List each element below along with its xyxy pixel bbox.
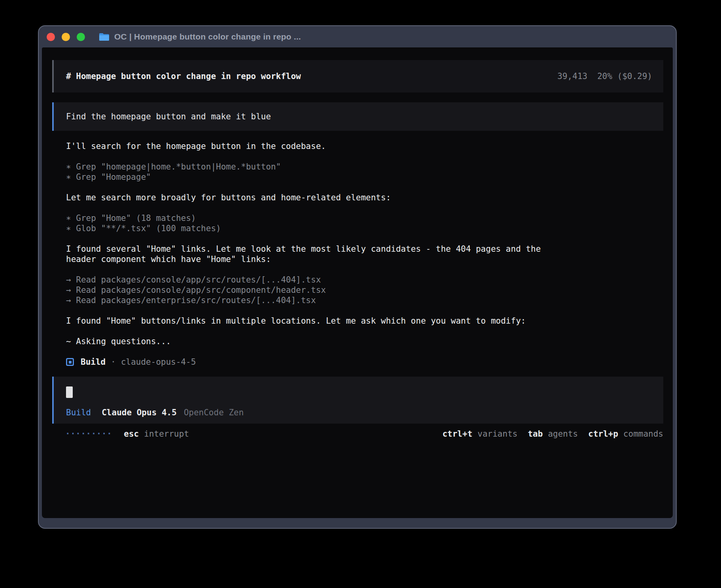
context-usage: 20% ($0.29) <box>597 71 652 81</box>
activity-dots: ········· <box>65 429 112 439</box>
variants-label: variants <box>478 429 517 439</box>
agent-status-row: Build · claude-opus-4-5 <box>66 357 663 367</box>
keyboard-hints: ctrl+t variants tab agents ctrl+p comman… <box>442 429 663 439</box>
hint-variants: ctrl+t variants <box>442 429 517 439</box>
conversation-paragraph: Let me search more broadly for buttons a… <box>66 192 556 203</box>
minimize-window-button[interactable] <box>62 33 70 41</box>
model-name[interactable]: Claude Opus 4.5 <box>102 407 177 418</box>
hint-commands: ctrl+p commands <box>588 429 663 439</box>
conversation-paragraph: ~ Asking questions... <box>66 336 556 347</box>
user-message: Find the homepage button and make it blu… <box>52 102 663 131</box>
window-title: OC | Homepage button color change in rep… <box>114 32 301 41</box>
agent-mode-label[interactable]: Build <box>66 407 91 418</box>
token-count: 39,413 <box>557 71 587 81</box>
status-bar: ········· esc interrupt ctrl+t variants … <box>52 429 663 439</box>
folder-icon <box>99 33 109 41</box>
agent-separator: · <box>111 357 116 367</box>
conversation-paragraph: → Read packages/console/app/src/routes/[… <box>66 275 556 305</box>
conversation-paragraph: I found several "Home" links. Let me loo… <box>66 244 556 264</box>
commands-key: ctrl+p <box>588 429 618 439</box>
prompt-input[interactable]: Build Claude Opus 4.5 OpenCode Zen <box>52 377 663 424</box>
text-cursor <box>66 386 73 398</box>
agents-key: tab <box>528 429 543 439</box>
user-message-text: Find the homepage button and make it blu… <box>66 111 271 122</box>
conversation-paragraph: ∗ Grep "homepage|home.*button|Home.*butt… <box>66 162 556 182</box>
session-header: # Homepage button color change in repo w… <box>52 60 663 92</box>
variants-key: ctrl+t <box>442 429 472 439</box>
terminal-window: OC | Homepage button color change in rep… <box>38 25 677 529</box>
close-window-button[interactable] <box>47 33 55 41</box>
agents-label: agents <box>548 429 578 439</box>
model-row: Build Claude Opus 4.5 OpenCode Zen <box>66 407 651 418</box>
conversation: I'll search for the homepage button in t… <box>66 141 556 347</box>
commands-label: commands <box>623 429 663 439</box>
agent-name: Build <box>81 357 106 367</box>
conversation-paragraph: I'll search for the homepage button in t… <box>66 141 556 151</box>
agent-build-icon <box>66 358 74 366</box>
hint-agents: tab agents <box>528 429 578 439</box>
terminal-content: # Homepage button color change in repo w… <box>42 47 673 518</box>
hint-interrupt: esc interrupt <box>124 429 189 439</box>
session-title: # Homepage button color change in repo w… <box>66 71 301 81</box>
conversation-paragraph: I found "Home" buttons/links in multiple… <box>66 316 556 326</box>
conversation-paragraph: ∗ Grep "Home" (18 matches) ∗ Glob "**/*.… <box>66 213 556 234</box>
fullscreen-window-button[interactable] <box>77 33 85 41</box>
window-titlebar[interactable]: OC | Homepage button color change in rep… <box>39 26 676 47</box>
esc-key: esc <box>124 429 139 439</box>
provider-name: OpenCode Zen <box>184 407 244 418</box>
esc-label: interrupt <box>144 429 189 439</box>
session-stats: 39,413 20% ($0.29) <box>557 71 652 81</box>
agent-model: claude-opus-4-5 <box>121 357 196 367</box>
